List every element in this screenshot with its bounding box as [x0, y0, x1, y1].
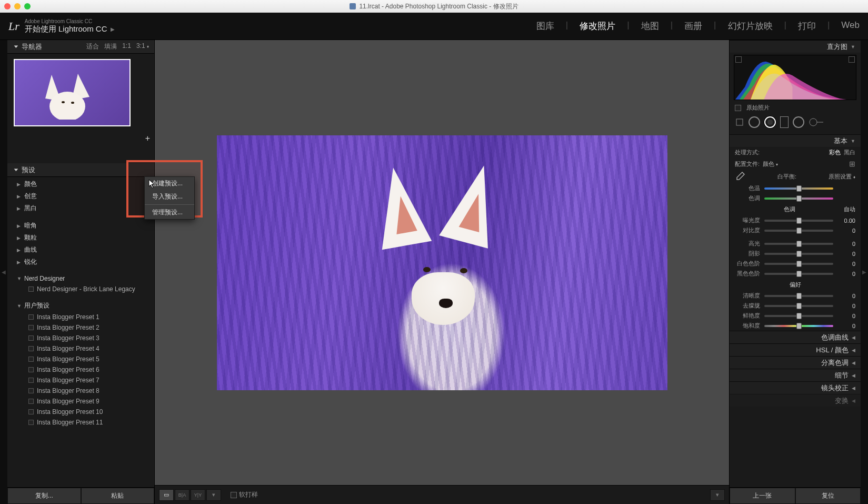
- module-develop[interactable]: 修改照片: [580, 20, 615, 32]
- histogram-header[interactable]: 直方图▼: [730, 40, 861, 53]
- zoom-1-1[interactable]: 1:1: [122, 42, 131, 51]
- wb-dropdown[interactable]: 原照设置 ♦: [829, 173, 855, 181]
- dehaze-slider[interactable]: 去朦胧0: [730, 301, 861, 311]
- preset-folder-nerd[interactable]: ▼Nerd Designer: [7, 273, 154, 284]
- preset-item[interactable]: Insta Blogger Preset 4: [7, 343, 154, 354]
- lens-corrections-header[interactable]: 镜头校正◀: [730, 381, 861, 394]
- radial-filter-tool-icon[interactable]: [793, 116, 804, 128]
- preset-item[interactable]: Insta Blogger Preset 6: [7, 364, 154, 375]
- whites-slider[interactable]: 白色色阶0: [730, 259, 861, 269]
- treatment-bw[interactable]: 黑白: [844, 149, 855, 155]
- disclosure-icon: ▼: [17, 276, 21, 281]
- original-photo-toggle[interactable]: 原始照片: [730, 102, 861, 113]
- detail-header[interactable]: 细节◀: [730, 369, 861, 381]
- auto-tone-button[interactable]: 自动: [844, 205, 855, 213]
- module-slideshow[interactable]: 幻灯片放映: [728, 20, 773, 32]
- preset-item[interactable]: Insta Blogger Preset 7: [7, 375, 154, 386]
- basic-panel-header[interactable]: 基本▼: [730, 134, 861, 147]
- tint-slider[interactable]: 色调: [730, 193, 861, 203]
- split-toning-header[interactable]: 分离色调◀: [730, 356, 861, 369]
- preset-item[interactable]: Insta Blogger Preset 8: [7, 386, 154, 396]
- saturation-slider[interactable]: 饱和度0: [730, 321, 861, 331]
- copy-settings-button[interactable]: 复制...: [7, 488, 81, 504]
- preset-folder-user[interactable]: ▼用户预设: [7, 300, 154, 312]
- disclosure-icon: ▼: [13, 44, 19, 49]
- highlights-slider[interactable]: 高光0: [730, 239, 861, 249]
- left-footer-buttons: 复制... 粘贴: [7, 487, 154, 504]
- crop-tool-icon[interactable]: [735, 117, 744, 127]
- toolbar-menu[interactable]: ▾: [710, 489, 725, 501]
- disclosure-icon: ▶: [17, 260, 21, 265]
- transform-header[interactable]: 变换◀: [730, 394, 861, 407]
- preset-folder[interactable]: ▶颜色: [7, 178, 154, 190]
- chevron-down-icon: ▾: [776, 162, 778, 167]
- reset-button[interactable]: 复位: [795, 488, 861, 504]
- module-print[interactable]: 打印: [798, 20, 816, 32]
- profile-row[interactable]: 配置文件: 颜色 ▾ ⊞: [730, 158, 861, 170]
- vibrance-slider[interactable]: 鲜艳度0: [730, 311, 861, 321]
- hsl-header[interactable]: HSL / 颜色◀: [730, 343, 861, 356]
- module-map[interactable]: 地图: [641, 20, 659, 32]
- preset-item[interactable]: Insta Blogger Preset 10: [7, 407, 154, 417]
- contrast-slider[interactable]: 对比度0: [730, 225, 861, 235]
- menu-manage-preset[interactable]: 管理预设...: [145, 206, 194, 219]
- exposure-slider[interactable]: 曝光度0.00: [730, 215, 861, 225]
- svg-point-4: [71, 102, 74, 104]
- preset-item[interactable]: Insta Blogger Preset 9: [7, 396, 154, 407]
- identity-plate[interactable]: 开始使用 Lightroom CC▶: [25, 24, 115, 34]
- paste-settings-button[interactable]: 粘贴: [81, 488, 155, 504]
- redeye-tool-icon[interactable]: [764, 116, 776, 128]
- before-after-lr-button[interactable]: B|A: [175, 489, 189, 501]
- spot-removal-tool-icon[interactable]: [749, 116, 760, 128]
- preset-folder[interactable]: ▶暗角: [7, 220, 154, 232]
- left-panel-collapse[interactable]: ◀: [0, 40, 7, 504]
- module-library[interactable]: 图库: [536, 20, 554, 32]
- image-canvas[interactable]: [155, 40, 729, 485]
- navigator-header[interactable]: ▼ 导航器 适合 填满 1:1 3:1 ♦: [7, 40, 154, 54]
- disclosure-icon: ◀: [852, 373, 855, 378]
- module-book[interactable]: 画册: [684, 20, 702, 32]
- navigator-thumbnail[interactable]: [7, 54, 154, 132]
- zoom-fit[interactable]: 适合: [86, 42, 99, 51]
- temp-slider[interactable]: 色温: [730, 183, 861, 193]
- preset-folder[interactable]: ▶颗粒: [7, 232, 154, 244]
- profile-browser-icon[interactable]: ⊞: [849, 160, 855, 168]
- zoom-ratio[interactable]: 3:1 ♦: [136, 42, 149, 51]
- toolbar-dropdown[interactable]: ▾: [206, 489, 221, 501]
- preset-item[interactable]: Insta Blogger Preset 5: [7, 354, 154, 364]
- tone-curve-header[interactable]: 色调曲线◀: [730, 331, 861, 343]
- add-preset-button[interactable]: +: [145, 134, 150, 143]
- before-after-tb-button[interactable]: Y|Y: [191, 489, 205, 501]
- window-title: 11.lrcat - Adobe Photoshop Lightroom Cla…: [0, 2, 868, 11]
- clarity-slider[interactable]: 清晰度0: [730, 291, 861, 301]
- preset-item[interactable]: Insta Blogger Preset 3: [7, 333, 154, 343]
- preset-item[interactable]: Insta Blogger Preset 1: [7, 312, 154, 322]
- eyedropper-icon[interactable]: [735, 171, 745, 182]
- shadows-slider[interactable]: 阴影0: [730, 249, 861, 259]
- right-panel: 直方图▼ 原始照片: [729, 40, 861, 504]
- preset-folder[interactable]: ▶黑白: [7, 202, 154, 214]
- graduated-filter-tool-icon[interactable]: [780, 116, 789, 128]
- module-web[interactable]: Web: [841, 20, 860, 32]
- preset-folder[interactable]: ▶锐化: [7, 256, 154, 268]
- menu-import-preset[interactable]: 导入预设...: [145, 190, 194, 203]
- preset-item[interactable]: Nerd Designer - Brick Lane Legacy: [7, 284, 154, 294]
- histogram[interactable]: [734, 55, 856, 100]
- thumbnail-image: [41, 70, 99, 120]
- previous-button[interactable]: 上一张: [730, 488, 795, 504]
- logo-icon: Lr: [8, 19, 19, 33]
- presets-header[interactable]: ▼ 预设 +: [7, 163, 154, 177]
- brush-tool-icon[interactable]: [809, 117, 824, 127]
- preset-item[interactable]: Insta Blogger Preset 2: [7, 322, 154, 333]
- blacks-slider[interactable]: 黑色色阶0: [730, 269, 861, 279]
- right-panel-collapse[interactable]: ▶: [861, 40, 868, 504]
- left-panel: ▼ 导航器 适合 填满 1:1 3:1 ♦: [7, 40, 155, 504]
- preset-folder[interactable]: ▶曲线: [7, 244, 154, 256]
- zoom-fill[interactable]: 填满: [104, 42, 117, 51]
- treatment-color[interactable]: 彩色: [829, 149, 841, 155]
- preset-item[interactable]: Insta Blogger Preset 11: [7, 417, 154, 428]
- loupe-view-button[interactable]: ▭: [159, 489, 174, 501]
- soft-proof-checkbox[interactable]: 软打样: [231, 490, 258, 499]
- preset-swatch-icon: [28, 367, 34, 372]
- preset-folder[interactable]: ▶创意: [7, 190, 154, 202]
